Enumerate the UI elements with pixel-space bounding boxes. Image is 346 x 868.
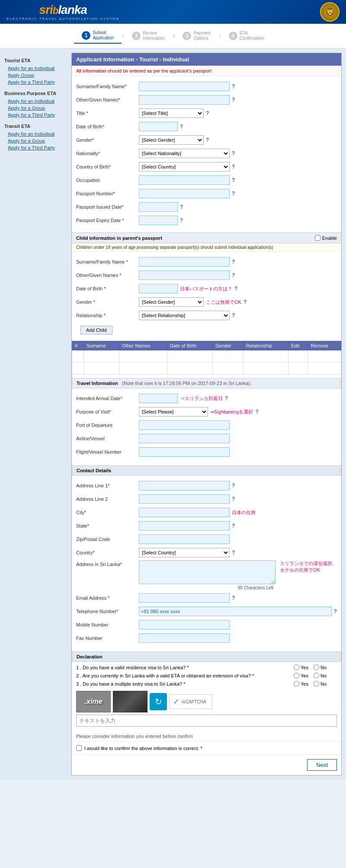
declaration-q1-no-radio[interactable] [314, 665, 319, 670]
telephone-help-icon[interactable]: ? [334, 608, 337, 614]
sidebar-tourist-eta-title: Tourist ETA [4, 58, 68, 63]
flight-input[interactable] [139, 447, 230, 457]
declaration-q1-no-label[interactable]: No [314, 665, 327, 670]
purpose-select[interactable]: [Select Please] Sightseeing Business Tra… [139, 407, 208, 417]
child-dob-help-icon[interactable]: ? [234, 286, 237, 292]
declaration-q2-yes-label[interactable]: Yes [294, 673, 308, 678]
step-3[interactable]: 3 PaymentOptions [175, 28, 218, 44]
sidebar-item-tourist-third-party[interactable]: Apply for a Third Party [4, 79, 68, 86]
declaration-q3-yes-label[interactable]: Yes [294, 681, 308, 687]
captcha-reload-button[interactable]: ↻ [150, 693, 167, 710]
occupation-input[interactable] [139, 175, 230, 185]
airline-input[interactable] [139, 434, 230, 443]
confirm-checkbox[interactable] [76, 745, 82, 751]
child-relationship-help-icon[interactable]: ? [232, 312, 235, 318]
declaration-q2-no-label[interactable]: No [314, 673, 327, 678]
occupation-label: Occupation [76, 178, 139, 183]
step-4[interactable]: 4 ETAConfirmation [221, 28, 272, 44]
email-input[interactable] [139, 593, 230, 603]
purpose-help-icon[interactable]: ? [256, 409, 259, 415]
given-names-help-icon[interactable]: ? [232, 97, 235, 103]
passport-issued-help-icon[interactable]: ? [180, 204, 183, 210]
step-1[interactable]: 1 SubmitApplication [74, 28, 122, 44]
child-surname-input[interactable] [139, 257, 230, 267]
country-select[interactable]: [Select Country] [139, 548, 230, 557]
arrival-date-input[interactable] [139, 394, 178, 403]
sidebar-item-tourist-individual[interactable]: Apply for an Individual [4, 65, 68, 72]
state-help-icon[interactable]: ? [232, 523, 235, 529]
dob-help-icon[interactable]: ? [180, 124, 183, 130]
sidebar-item-business-third-party[interactable]: Apply for a Third Party [4, 111, 68, 118]
sidebar-item-tourist-group[interactable]: Apply Group [4, 72, 68, 79]
port-departure-input[interactable] [139, 420, 230, 430]
child-dob-input[interactable] [139, 284, 178, 293]
fax-input[interactable] [139, 633, 230, 643]
passport-issued-input[interactable] [139, 202, 178, 212]
occupation-help-icon[interactable]: ? [232, 177, 235, 183]
country-label: Country* [76, 550, 139, 555]
given-names-input[interactable] [139, 95, 230, 105]
mobile-input[interactable] [139, 620, 230, 630]
gender-select[interactable]: [Select Gender] MaleFemale [139, 135, 204, 145]
country-help-icon[interactable]: ? [232, 550, 235, 556]
child-gender-select[interactable]: [Select Gender] MaleFemale [139, 297, 204, 307]
sidebar-item-business-group[interactable]: Apply for a Group [4, 105, 68, 111]
country-of-birth-select[interactable]: [Select Country] [139, 162, 230, 172]
step-3-label: PaymentOptions [193, 31, 210, 41]
declaration-q3-no-radio[interactable] [314, 681, 319, 687]
child-relationship-select[interactable]: [Select Relationship] [139, 311, 230, 320]
next-button[interactable]: Next [307, 759, 337, 771]
title-select[interactable]: [Select Title] MrMrsMsDr [139, 108, 204, 118]
child-surname-help-icon[interactable]: ? [232, 259, 235, 265]
address2-input[interactable] [139, 494, 230, 504]
child-given-names-help-icon[interactable]: ? [232, 272, 235, 278]
add-child-button[interactable]: Add Child [80, 326, 112, 334]
declaration-q1-text: 1 . Do you have a valid residence visa t… [76, 665, 290, 670]
child-given-names-input[interactable] [139, 270, 230, 280]
country-of-birth-help-icon[interactable]: ? [232, 164, 235, 170]
dob-input[interactable] [139, 122, 178, 131]
srilanka-address-textarea[interactable] [139, 560, 276, 584]
declaration-q3-yes-radio[interactable] [294, 681, 299, 687]
declaration-q1-yes-radio[interactable] [294, 665, 299, 670]
arrival-help-icon[interactable]: ? [225, 395, 228, 401]
passport-number-help-icon[interactable]: ? [232, 191, 235, 197]
surname-help-icon[interactable]: ? [232, 83, 235, 89]
gender-help-icon[interactable]: ? [206, 137, 209, 143]
address1-help-icon[interactable]: ? [232, 483, 235, 489]
sidebar-item-transit-individual[interactable]: Apply for an Individual [4, 130, 68, 137]
surname-input[interactable] [139, 82, 230, 91]
address2-help-icon[interactable]: ? [232, 496, 235, 502]
declaration-q1-radio-group: Yes No [294, 665, 337, 670]
passport-expiry-input[interactable] [139, 216, 178, 225]
declaration-q1-yes-label[interactable]: Yes [294, 665, 308, 670]
step-1-label: SubmitApplication [93, 30, 114, 41]
sidebar-item-transit-third-party[interactable]: Apply for a Third Party [4, 144, 68, 151]
declaration-q3-no-label[interactable]: No [314, 681, 327, 687]
airline-label: Airline/Vessel [76, 436, 139, 441]
enable-child-checkbox[interactable] [315, 235, 320, 241]
passport-number-input[interactable] [139, 189, 230, 198]
zip-input[interactable] [139, 534, 230, 544]
city-input[interactable] [139, 508, 230, 517]
child-notice: Children under 16 years of age possessin… [72, 243, 341, 252]
sidebar-item-business-individual[interactable]: Apply for an Individual [4, 98, 68, 105]
captcha-input[interactable] [76, 715, 337, 727]
state-input[interactable] [139, 521, 230, 531]
child-gender-help-icon[interactable]: ? [243, 299, 247, 305]
address2-row: Address Line 2 ? [76, 493, 337, 505]
nationality-help-icon[interactable]: ? [232, 150, 235, 156]
telephone-input[interactable] [139, 607, 332, 616]
nationality-select[interactable]: [Select Nationality] [139, 149, 230, 158]
title-help-icon[interactable]: ? [206, 110, 209, 116]
passport-expiry-help-icon[interactable]: ? [180, 217, 183, 223]
sidebar-item-transit-group[interactable]: Apply for a Group [4, 137, 68, 144]
port-departure-row: Port of Departure [76, 420, 337, 431]
address1-input[interactable] [139, 481, 230, 490]
step-2[interactable]: 2 ReviewInformation [124, 28, 172, 44]
purpose-label: Purpose of Visit* [76, 409, 139, 414]
email-help-icon[interactable]: ? [232, 595, 235, 601]
steps-bar: 1 SubmitApplication › 2 ReviewInformatio… [0, 24, 346, 48]
declaration-q2-no-radio[interactable] [314, 673, 319, 678]
declaration-q2-yes-radio[interactable] [294, 673, 299, 678]
